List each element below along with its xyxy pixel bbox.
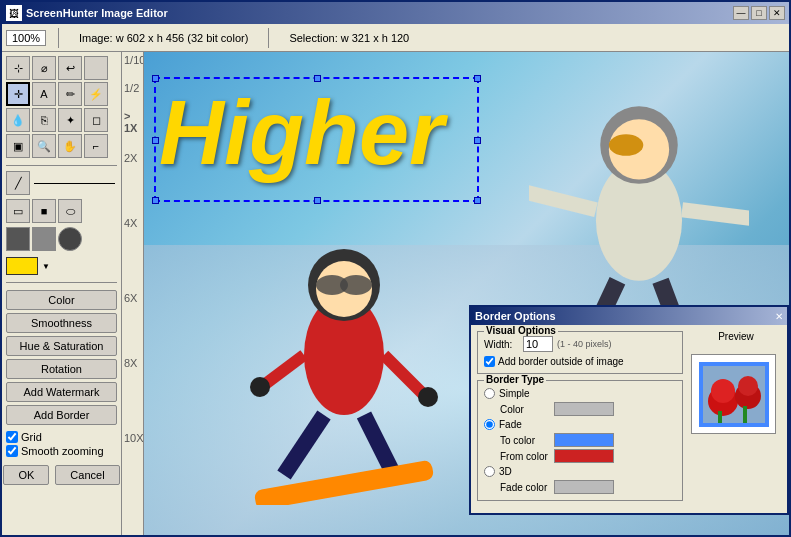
rect-outline-tool[interactable]: ▭ [6,199,30,223]
image-info: Image: w 602 x h 456 (32 bit color) [71,30,256,46]
handle-bm[interactable] [314,197,321,204]
eraser-tool[interactable]: ◻ [84,108,108,132]
maximize-button[interactable]: □ [751,6,767,20]
dialog-close-button[interactable]: ✕ [775,311,783,322]
visual-options-group: Visual Options Width: (1 - 40 pixels) Ad… [477,331,683,374]
undo-tool[interactable]: ↩ [58,56,82,80]
select-tool[interactable]: ⊹ [6,56,30,80]
canvas-area[interactable]: Higher Border Options ✕ [144,52,789,535]
crop-tool[interactable]: ⌐ [84,134,108,158]
selection-box[interactable] [154,77,479,202]
zoom-marker-6x: 6X [124,292,137,304]
svg-point-8 [418,387,438,407]
ok-button[interactable]: OK [3,465,49,485]
smooth-zooming-checkbox[interactable] [6,445,18,457]
svg-line-5 [264,355,304,385]
handle-tl[interactable] [152,75,159,82]
redo-tool[interactable] [84,56,108,80]
lasso-tool[interactable]: ⌀ [32,56,56,80]
handle-ml[interactable] [152,137,159,144]
line-tool-btn[interactable]: ╱ [6,171,30,195]
width-input[interactable] [523,336,553,352]
add-border-outside-checkbox[interactable] [484,356,495,367]
svg-point-15 [609,134,643,156]
dialog-preview-panel: Preview [691,331,781,507]
3d-label: 3D [499,466,512,477]
zoom-tool[interactable]: 🔍 [32,134,56,158]
dark-ellipse-tool[interactable] [58,227,82,251]
handle-tm[interactable] [314,75,321,82]
svg-line-9 [284,415,324,475]
move-tool[interactable]: ✛ [6,82,30,106]
svg-point-4 [340,275,372,295]
dialog-title: Border Options [475,310,775,322]
from-color-bar[interactable] [554,449,614,463]
magic-tool[interactable]: ✦ [58,108,82,132]
fill-tool[interactable]: ▣ [6,134,30,158]
close-button[interactable]: ✕ [769,6,785,20]
color-swatch[interactable] [6,257,38,275]
zoom-marker-10x: 10X [124,432,144,444]
from-color-label: From color [500,451,550,462]
simple-radio-row: Simple [484,388,676,399]
add-border-label: Add border outside of image [498,356,624,367]
dark-rect-tool[interactable] [6,227,30,251]
hue-saturation-button[interactable]: Hue & Saturation [6,336,117,356]
zoom-level[interactable]: 100% [6,30,46,46]
handle-mr[interactable] [474,137,481,144]
shape-tools-2 [6,227,117,251]
svg-line-6 [384,355,424,395]
grid-checkbox[interactable] [6,431,18,443]
smooth-zooming-checkbox-item: Smooth zooming [6,445,117,457]
gray-rect-tool[interactable] [32,227,56,251]
wand-tool[interactable]: ⚡ [84,82,108,106]
preview-box [691,354,776,434]
handle-tr[interactable] [474,75,481,82]
clone-tool[interactable]: ⎘ [32,108,56,132]
svg-point-25 [711,379,735,403]
svg-point-27 [738,376,758,396]
color-button[interactable]: Color [6,290,117,310]
window-title: ScreenHunter Image Editor [26,7,729,19]
hand-tool[interactable]: ✋ [58,134,82,158]
color-swatch-row: ▼ [6,257,117,275]
app-icon: 🖼 [6,5,22,21]
selection-info: Selection: w 321 x h 120 [281,30,417,46]
cancel-button[interactable]: Cancel [55,465,119,485]
shape-tools: ▭ ■ ⬭ [6,199,117,223]
rotation-button[interactable]: Rotation [6,359,117,379]
sidebar-buttons: Color Smoothness Hue & Saturation Rotati… [6,290,117,425]
pen-tool[interactable]: ✏ [58,82,82,106]
3d-radio[interactable] [484,466,495,477]
add-watermark-button[interactable]: Add Watermark [6,382,117,402]
rect-fill-tool[interactable]: ■ [32,199,56,223]
text-tool[interactable]: A [32,82,56,106]
separator [58,28,59,48]
simple-radio[interactable] [484,388,495,399]
add-border-checkbox-row: Add border outside of image [484,356,676,367]
svg-line-10 [364,415,394,475]
visual-options-label: Visual Options [484,325,558,336]
border-type-group: Border Type Simple Color [477,380,683,501]
grid-checkbox-item: Grid [6,431,117,443]
fade-color-bar[interactable] [554,480,614,494]
color-dropdown-arrow[interactable]: ▼ [42,262,50,271]
zoom-marker-1/2: 1/2 [124,82,139,94]
fade-radio[interactable] [484,419,495,430]
eyedropper-tool[interactable]: 💧 [6,108,30,132]
svg-line-16 [529,188,596,210]
add-border-button[interactable]: Add Border [6,405,117,425]
ok-cancel-row: OK Cancel [6,465,117,485]
handle-bl[interactable] [152,197,159,204]
from-color-row: From color [500,449,676,463]
smoothness-button[interactable]: Smoothness [6,313,117,333]
handle-br[interactable] [474,197,481,204]
snowboarder-1 [244,245,444,505]
minimize-button[interactable]: — [733,6,749,20]
line-tools: ╱ [6,171,117,195]
to-color-bar[interactable] [554,433,614,447]
preview-label: Preview [691,331,781,342]
dialog-titlebar: Border Options ✕ [471,307,787,325]
ellipse-tool[interactable]: ⬭ [58,199,82,223]
simple-color-bar[interactable] [554,402,614,416]
